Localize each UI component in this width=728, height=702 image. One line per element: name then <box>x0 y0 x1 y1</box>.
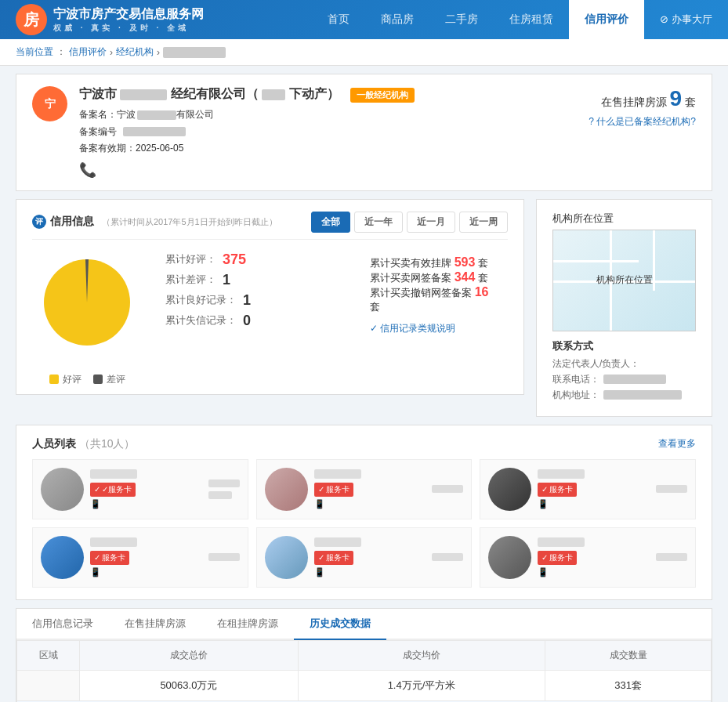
breadcrumb-agency[interactable]: 经纪机构 <box>116 45 154 59</box>
stat-bad-value: 1 <box>223 272 230 288</box>
map-card: 机构所在位置 机构所在位置 联系方式 法定代表人/负责人： 联系电话： <box>536 199 712 417</box>
table-row-0: 50063.0万元 1.4万元/平方米 331套 <box>17 670 712 700</box>
cell-count: 331套 <box>545 670 712 700</box>
pie-area: 好评 差评 <box>32 248 142 386</box>
record-info-link[interactable]: ? 什么是已备案经纪机构? <box>589 115 696 128</box>
cell-area <box>17 670 80 700</box>
person-name-3 <box>90 537 137 547</box>
person-name-4 <box>314 537 361 547</box>
map-placeholder: 机构所在位置 <box>552 230 696 331</box>
filter-all[interactable]: 全部 <box>311 212 350 233</box>
contact-section: 联系方式 法定代表人/负责人： 联系电话： 机构地址： <box>552 339 696 402</box>
person-avatar-3 <box>41 536 84 579</box>
service-badge-0: ✓✓服务卡 <box>90 483 136 497</box>
stat-bad-record-value: 0 <box>243 313 251 329</box>
company-name-text3: 下动产） <box>289 87 339 100</box>
map-road-h2 <box>553 260 639 262</box>
person-phone-1: 📱 <box>314 499 426 509</box>
credit-main-card: 评 信用信息 （累计时间从2017年5月1日开始到昨日截止） 全部 近一年 近一… <box>16 199 524 425</box>
stat-bad: 累计差评： 1 <box>165 272 306 288</box>
map-title: 机构所在位置 <box>552 212 696 226</box>
contact-address: 机构地址： <box>552 389 696 402</box>
legend-good-dot <box>49 375 59 384</box>
person-extra-3 <box>208 553 240 561</box>
company-name-text: 宁波市 <box>79 87 117 100</box>
service-badge-2: ✓服务卡 <box>538 483 577 497</box>
col-avg: 成交均价 <box>298 640 545 670</box>
person-phone-4: 📱 <box>314 567 426 577</box>
chart-legend: 好评 差评 <box>49 373 125 386</box>
cell-total: 50063.0万元 <box>80 670 299 700</box>
tab-listing-sale[interactable]: 在售挂牌房源 <box>109 609 201 640</box>
map-text: 机构所在位置 <box>596 273 653 287</box>
stat-good-value: 375 <box>223 251 246 268</box>
credit-section: 评 信用信息 （累计时间从2017年5月1日开始到昨日截止） 全部 近一年 近一… <box>16 199 524 395</box>
map-road-v2 <box>653 230 655 291</box>
site-name: 宁波市房产交易信息服务网 <box>53 6 204 23</box>
person-info-2: ✓服务卡 📱 <box>538 469 650 509</box>
pie-chart <box>32 248 142 357</box>
person-card-0: ✓✓服务卡 📱 <box>32 459 248 519</box>
phone-icon: 📞 <box>79 161 696 179</box>
filter-month[interactable]: 近一月 <box>407 212 455 233</box>
breadcrumb-home: 当前位置 <box>16 45 53 59</box>
credit-stats-middle: 累计好评： 375 累计差评： 1 累计良好记录： 1 累计失信记录： <box>165 248 306 329</box>
person-name-1 <box>314 469 361 479</box>
person-card-4: ✓服务卡 📱 <box>256 527 473 588</box>
site-sub: 权威 · 真实 · 及时 · 全域 <box>53 23 204 34</box>
tab-listing-rent[interactable]: 在租挂牌房源 <box>201 609 294 640</box>
person-section: 人员列表 （共10人） 查看更多 ✓✓服务卡 📱 <box>16 425 712 600</box>
listing-number: 9 <box>670 86 683 110</box>
person-info-0: ✓✓服务卡 📱 <box>90 469 202 509</box>
filter-week[interactable]: 近一周 <box>459 212 508 233</box>
nav-rental[interactable]: 住房租赁 <box>494 0 569 39</box>
company-name-text2: 经纪有限公司（ <box>171 87 259 100</box>
nav-credit[interactable]: 信用评价 <box>569 0 644 39</box>
legend-good: 好评 <box>49 373 81 386</box>
data-table: 区域 成交总价 成交均价 成交数量 50063.0万元 1.4万元/平方米 33… <box>16 640 712 702</box>
credit-sub: （累计时间从2017年5月1日开始到昨日截止） <box>102 216 277 228</box>
stat-good: 累计好评： 375 <box>165 251 306 268</box>
person-more-link[interactable]: 查看更多 <box>658 437 696 451</box>
tab-history-data[interactable]: 历史成交数据 <box>294 609 386 640</box>
stat-bad-record: 累计失信记录： 0 <box>165 313 306 329</box>
credit-info-link[interactable]: ✓ 信用记录类规说明 <box>370 322 492 335</box>
person-card-1: ✓服务卡 📱 <box>256 459 473 519</box>
stat-good-record: 累计良好记录： 1 <box>165 292 306 309</box>
credit-title: 评 信用信息 （累计时间从2017年5月1日开始到昨日截止） 全部 近一年 近一… <box>32 212 508 240</box>
person-name-2 <box>538 469 585 479</box>
listing-count: 在售挂牌房源 9 套 <box>589 86 696 111</box>
nav-home[interactable]: 首页 <box>312 0 365 39</box>
person-card-5: ✓服务卡 📱 <box>480 527 696 588</box>
person-name-5 <box>538 537 585 547</box>
person-title: 人员列表 （共10人） <box>32 437 135 451</box>
legend-bad: 差评 <box>93 373 125 386</box>
person-phone-3: 📱 <box>90 567 202 577</box>
address-blur <box>603 390 682 400</box>
credit-stats-right: 累计买卖有效挂牌 593 套 累计买卖网签备案 344 套 累计买卖撤销网签备案… <box>354 248 508 343</box>
col-area: 区域 <box>17 640 80 670</box>
cell-avg: 1.4万元/平方米 <box>298 670 545 700</box>
person-extra-2 <box>656 485 687 493</box>
breadcrumb-current <box>163 47 226 58</box>
person-phone-5: 📱 <box>538 567 650 577</box>
person-avatar-4 <box>265 536 308 579</box>
company-card: 宁 宁波市 经纪有限公司（ 下动产） 一般经纪机构 备案名：宁波有限公司 备案编… <box>16 74 712 191</box>
company-tag: 一般经纪机构 <box>350 88 415 103</box>
company-name-blur <box>120 89 167 100</box>
person-extra-0 <box>208 479 240 499</box>
person-info-3: ✓服务卡 📱 <box>90 537 202 577</box>
breadcrumb-credit[interactable]: 信用评价 <box>69 45 107 59</box>
person-avatar-0 <box>41 468 84 511</box>
tab-credit-record[interactable]: 信用信息记录 <box>16 609 109 640</box>
logo-area: 房 宁波市房产交易信息服务网 权威 · 真实 · 及时 · 全域 <box>16 4 312 35</box>
breadcrumb-arrow: › <box>110 47 113 58</box>
company-name-blur2 <box>262 89 285 100</box>
office-hall-link[interactable]: ⊘ 办事大厅 <box>644 13 712 27</box>
person-extra-1 <box>432 485 463 493</box>
nav-secondhand[interactable]: 二手房 <box>429 0 494 39</box>
nav-commercial[interactable]: 商品房 <box>365 0 429 39</box>
person-grid: ✓✓服务卡 📱 ✓服务卡 📱 <box>32 459 696 588</box>
filter-year[interactable]: 近一年 <box>354 212 403 233</box>
person-name-0 <box>90 469 137 479</box>
